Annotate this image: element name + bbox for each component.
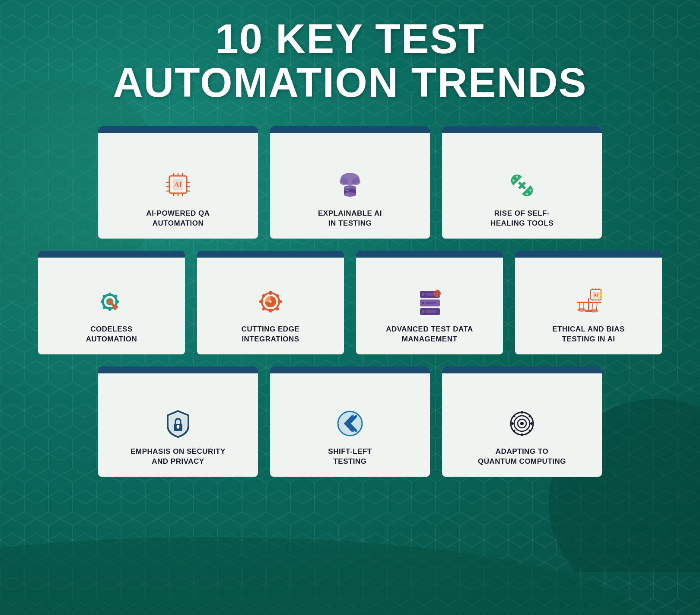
card-explainable-ai: EXPLAINABLE AIIN TESTING	[270, 126, 430, 239]
svg-text:AI: AI	[174, 181, 182, 188]
svg-rect-73	[439, 293, 441, 294]
title-line1: 10 KEY TEST	[215, 16, 484, 62]
svg-rect-91	[585, 310, 592, 312]
svg-rect-84	[577, 302, 601, 303]
svg-rect-72	[433, 293, 436, 294]
card-explainable-ai-label: EXPLAINABLE AIIN TESTING	[318, 209, 382, 228]
svg-point-100	[520, 422, 524, 425]
server-gear-icon	[414, 287, 446, 318]
svg-rect-94	[178, 427, 179, 429]
svg-point-104	[511, 422, 514, 425]
ai-chip-icon: AI	[161, 169, 195, 202]
card-security-privacy-label: EMPHASIS ON SECURITYAND PRIVACY	[130, 447, 226, 466]
card-shift-left-label: SHIFT-LEFTTESTING	[328, 447, 372, 466]
svg-rect-51	[259, 300, 263, 303]
card-ethical-bias-label: ETHICAL AND BIASTESTING IN AI	[552, 325, 625, 344]
svg-rect-35	[101, 300, 104, 303]
card-security-privacy: EMPHASIS ON SECURITYAND PRIVACY	[98, 366, 258, 477]
svg-rect-36	[115, 300, 119, 303]
svg-point-63	[422, 302, 424, 304]
card-ethical-bias: AI	[515, 251, 662, 354]
card-codeless: CODELESSAUTOMATION	[38, 251, 185, 354]
svg-rect-64	[426, 302, 436, 304]
quantum-brain-icon	[505, 408, 539, 440]
main-content: 10 KEY TEST AUTOMATION TRENDS	[0, 0, 700, 506]
card-quantum-computing-label: ADAPTING TOQUANTUM COMPUTING	[478, 447, 566, 466]
svg-rect-83	[588, 298, 589, 310]
card-row-2: CODELESSAUTOMATION	[38, 251, 662, 354]
ai-database-icon	[333, 169, 367, 202]
svg-rect-33	[108, 293, 111, 296]
svg-point-102	[530, 422, 533, 425]
scale-chip-icon: AI	[573, 287, 605, 318]
svg-text:AI: AI	[594, 293, 598, 297]
svg-point-87	[577, 308, 586, 312]
svg-point-105	[513, 415, 515, 417]
svg-point-69	[436, 292, 439, 295]
card-advanced-test-data: ADVANCED TEST DATAMANAGEMENT	[356, 251, 503, 354]
svg-rect-50	[269, 309, 272, 312]
gear-chart-icon	[255, 287, 287, 318]
svg-rect-70	[436, 290, 438, 292]
gear-wrench-icon	[95, 287, 128, 318]
svg-point-58	[269, 301, 271, 303]
svg-rect-49	[269, 291, 272, 295]
svg-point-17	[352, 178, 360, 185]
svg-point-108	[529, 430, 531, 432]
svg-rect-71	[436, 295, 438, 297]
double-chevron-icon	[333, 408, 367, 440]
card-cutting-edge: CUTTING EDGEINTEGRATIONS	[197, 251, 344, 354]
svg-rect-52	[278, 300, 282, 303]
card-shift-left: SHIFT-LEFTTESTING	[270, 366, 430, 477]
card-quantum-computing: ADAPTING TOQUANTUM COMPUTING	[442, 366, 602, 477]
svg-point-60	[422, 293, 424, 296]
card-ai-powered-qa: AI AI-POWERED QAAUTOMATION	[98, 126, 258, 239]
bandaid-icon	[504, 169, 541, 202]
svg-point-106	[529, 415, 531, 417]
title-line2: AUTOMATION TRENDS	[113, 59, 587, 105]
svg-rect-34	[108, 307, 111, 311]
svg-point-107	[513, 430, 515, 432]
card-self-healing: RISE OF SELF-HEALING TOOLS	[442, 126, 602, 239]
svg-point-101	[521, 411, 523, 414]
card-cutting-edge-label: CUTTING EDGEINTEGRATIONS	[242, 325, 299, 344]
svg-point-103	[521, 433, 523, 436]
card-self-healing-label: RISE OF SELF-HEALING TOOLS	[490, 209, 554, 228]
card-ai-powered-qa-label: AI-POWERED QAAUTOMATION	[146, 209, 210, 228]
svg-point-16	[340, 178, 348, 185]
card-row-3: EMPHASIS ON SECURITYAND PRIVACY	[98, 366, 602, 477]
page-title: 10 KEY TEST AUTOMATION TRENDS	[113, 17, 587, 105]
card-advanced-test-data-label: ADVANCED TEST DATAMANAGEMENT	[386, 325, 473, 344]
card-row-1: AI AI-POWERED QAAUTOMATION	[98, 126, 602, 239]
card-codeless-label: CODELESSAUTOMATION	[86, 325, 137, 344]
shield-lock-icon	[161, 408, 195, 440]
svg-point-66	[422, 310, 424, 313]
svg-rect-67	[426, 310, 436, 313]
